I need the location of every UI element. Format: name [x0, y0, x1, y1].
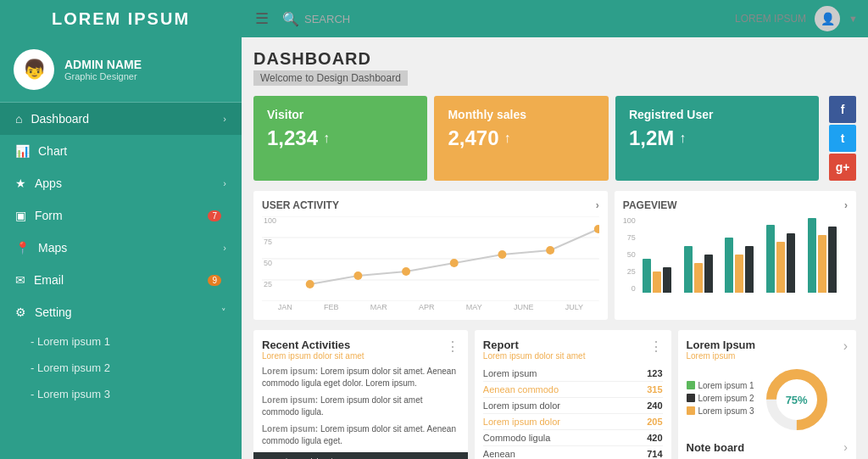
hamburger-icon[interactable]: ☰: [255, 9, 269, 28]
card-title: Recent Activities: [262, 339, 364, 351]
stat-arrow-icon: ↑: [323, 131, 330, 146]
table-row: Lorem ipsum dolor 240: [483, 398, 663, 414]
activity-item: Lorem ipsum: Lorem ipsum dolor sit amet …: [262, 395, 459, 418]
avatar[interactable]: 👤: [815, 6, 840, 31]
svg-text:75: 75: [264, 238, 272, 246]
sidebar-item-form[interactable]: ▣ Form 7: [0, 199, 242, 232]
nav-dropdown-icon[interactable]: ▼: [849, 14, 858, 24]
sidebar-item-apps[interactable]: ★ Apps ›: [0, 167, 242, 199]
stat-label: Registred User: [629, 108, 805, 121]
maps-icon: 📍: [15, 241, 30, 255]
sidebar-subitem-1[interactable]: - Lorem ipsum 1: [0, 328, 242, 355]
table-row: Commodo ligula 420: [483, 430, 663, 446]
chart-expand-icon[interactable]: ›: [844, 199, 848, 211]
svg-text:50: 50: [264, 259, 272, 267]
sidebar-item-chart[interactable]: 📊 Chart: [0, 135, 242, 167]
bottom-row: Recent Activities Lorem ipsum dolor sit …: [253, 330, 856, 459]
email-badge: 9: [208, 275, 221, 286]
stat-value: 1,234 ↑: [267, 126, 414, 150]
line-chart-svg: 100 75 50 25: [262, 216, 599, 301]
legend-item: Lorem ipsum 1: [687, 381, 754, 390]
stat-card-users: Registred User 1,2M ↑: [615, 96, 819, 181]
sidebar-subitem-3[interactable]: - Lorem ipsum 3: [0, 381, 242, 407]
sidebar-item-label: Apps: [35, 176, 223, 190]
activity-footer: Lorem ipsum dolor sit amet ▣ 24 ★ 10 ■ 4…: [253, 452, 468, 459]
recent-activities-card: Recent Activities Lorem ipsum dolor sit …: [253, 330, 468, 459]
dashboard-header: DASHBOARD Welcome to Design Dashboard: [253, 49, 856, 86]
svg-point-10: [353, 271, 362, 280]
bar: [735, 255, 743, 293]
activity-item: Lorem ipsum: Lorem ipsum dolor sit amet.…: [262, 366, 459, 389]
navbar-center: ☰ 🔍 SEARCH: [242, 9, 735, 28]
svg-point-13: [498, 250, 506, 259]
nav-user-label: LOREM IPSUM: [735, 13, 806, 25]
sidebar-subitem-2[interactable]: - Lorem ipsum 2: [0, 355, 242, 381]
bar: [663, 267, 671, 293]
stat-label: Visitor: [267, 108, 414, 121]
search-placeholder[interactable]: SEARCH: [304, 13, 350, 25]
twitter-button[interactable]: t: [829, 125, 856, 152]
chart-header: USER ACTIVITY ›: [262, 199, 599, 211]
sidebar-item-label: Form: [35, 209, 208, 222]
stat-label: Monthly sales: [448, 108, 594, 121]
sidebar-item-email[interactable]: ✉ Email 9: [0, 264, 242, 296]
svg-point-11: [402, 267, 410, 276]
chevron-down-icon: ˅: [221, 307, 226, 318]
top-navbar: LOREM IPSUM ☰ 🔍 SEARCH LOREM IPSUM 👤 ▼: [0, 0, 868, 37]
card-menu-icon[interactable]: ⋮: [649, 339, 663, 355]
profile-role: Graphic Designer: [64, 71, 142, 81]
legend-color: [687, 381, 695, 389]
bar: [704, 255, 713, 293]
bar: [828, 227, 837, 293]
donut-area: Lorem ipsum 1 Lorem ipsum 2 Lorem ipsum …: [687, 366, 849, 434]
svg-point-14: [546, 246, 554, 255]
svg-text:100: 100: [264, 216, 276, 225]
search-area: 🔍 SEARCH: [282, 11, 350, 27]
chevron-right-icon[interactable]: ›: [843, 339, 848, 354]
legend-item: Lorem ipsum 3: [687, 406, 754, 416]
bar-group: [643, 259, 679, 293]
noteboard-section: Note board › Mon Tue Wed Thur Fri Sat Su…: [687, 440, 849, 459]
bar-group: [684, 246, 721, 293]
card-title: Lorem Ipsum: [687, 339, 756, 351]
donut-card: Lorem Ipsum Lorem ipsum › Lorem ipsum 1 …: [678, 330, 857, 459]
sidebar-item-dashboard[interactable]: ⌂ Dashboard ›: [0, 103, 242, 135]
facebook-button[interactable]: f: [829, 96, 856, 123]
pageview-chart: PAGEVIEW › 100 75 50 25 0: [615, 191, 856, 320]
main-layout: 👦 ADMIN NAME Graphic Designer ⌂ Dashboar…: [0, 37, 868, 459]
bar-group: [766, 225, 803, 293]
sidebar-item-label: Maps: [38, 241, 223, 255]
noteboard-title: Note board: [687, 441, 745, 454]
email-icon: ✉: [15, 273, 25, 287]
chart-title: USER ACTIVITY: [262, 199, 339, 211]
logo-text: LOREM IPSUM: [52, 9, 190, 29]
donut-legend: Lorem ipsum 1 Lorem ipsum 2 Lorem ipsum …: [687, 381, 754, 419]
card-subtitle: Lorem ipsum dolor sit amet: [262, 351, 364, 361]
pageview-y-labels: 100 75 50 25 0: [623, 216, 636, 293]
sidebar-item-setting[interactable]: ⚙ Setting ˅: [0, 296, 242, 328]
chart-expand-icon[interactable]: ›: [596, 199, 599, 211]
noteboard-expand-icon[interactable]: ›: [843, 440, 848, 454]
svg-text:25: 25: [264, 280, 272, 288]
googleplus-button[interactable]: g+: [829, 154, 856, 181]
stats-social-row: Visitor 1,234 ↑ Monthly sales 2,470 ↑ Re…: [253, 96, 856, 181]
social-buttons: f t g+: [829, 96, 856, 181]
card-subtitle: Lorem ipsum: [687, 351, 756, 361]
stat-arrow-icon: ↑: [504, 131, 511, 146]
card-header: Recent Activities Lorem ipsum dolor sit …: [262, 339, 459, 361]
stat-arrow-icon: ↑: [679, 131, 686, 146]
donut-percent: 75%: [786, 394, 808, 406]
bar: [725, 238, 733, 293]
sidebar-item-maps[interactable]: 📍 Maps ›: [0, 232, 242, 264]
svg-point-15: [594, 225, 599, 233]
page-title: DASHBOARD: [253, 49, 856, 69]
bar-chart: [639, 216, 848, 293]
user-activity-chart: USER ACTIVITY › 100 75 50: [253, 191, 608, 320]
stat-value: 1,2M ↑: [629, 126, 805, 150]
search-icon: 🔍: [282, 11, 299, 27]
card-menu-icon[interactable]: ⋮: [446, 339, 459, 355]
card-title-area: Report Lorem ipsum dolor sit amet: [483, 339, 586, 361]
svg-point-9: [306, 280, 314, 288]
charts-row: USER ACTIVITY › 100 75 50: [253, 191, 856, 320]
activity-item: Lorem ipsum: Lorem ipsum dolor sit amet.…: [262, 423, 459, 447]
